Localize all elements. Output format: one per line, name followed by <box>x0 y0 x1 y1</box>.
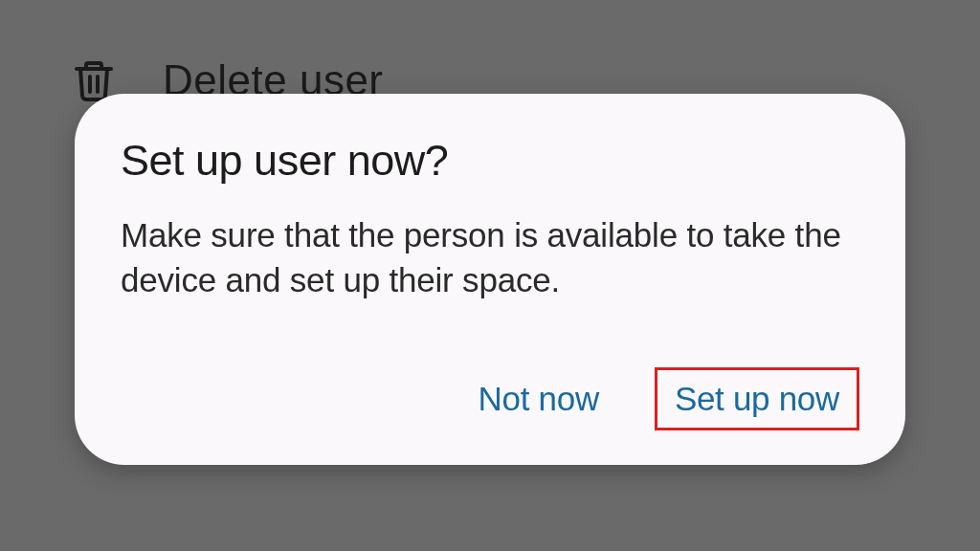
setup-user-dialog: Set up user now? Make sure that the pers… <box>75 94 905 465</box>
set-up-now-button[interactable]: Set up now <box>655 367 859 430</box>
dialog-actions: Not now Set up now <box>121 367 859 430</box>
dialog-title: Set up user now? <box>121 136 859 186</box>
not-now-button[interactable]: Not now <box>461 370 616 428</box>
dialog-message: Make sure that the person is available t… <box>121 212 859 303</box>
